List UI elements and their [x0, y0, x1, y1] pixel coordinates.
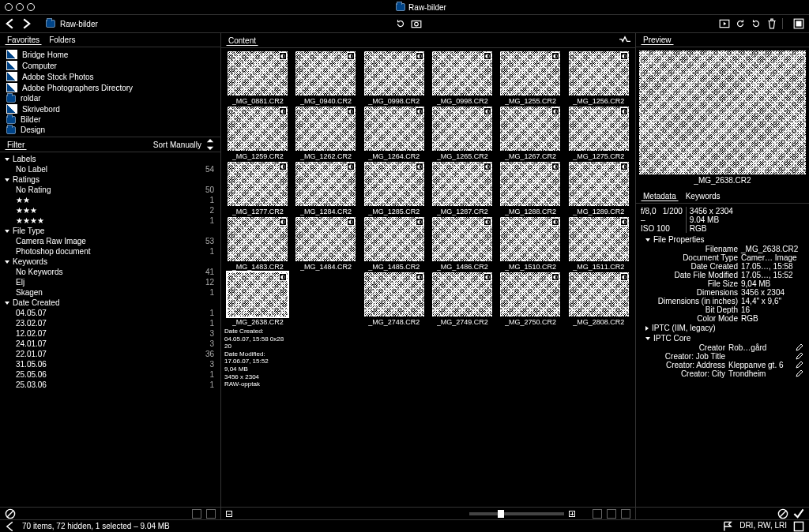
iptc-row[interactable]: Creator: Job Title: [641, 352, 804, 361]
fav-bridge-home[interactable]: Bridge Home: [0, 49, 220, 60]
thumbnail-cell[interactable]: ◐_MG_1486.CR2: [429, 217, 495, 271]
fav-pictures[interactable]: Bilder: [0, 114, 220, 125]
thumbnail-cell[interactable]: ◐_MG_1511.CR2: [566, 217, 632, 271]
cancel-filter-button[interactable]: [5, 508, 16, 519]
filter-row[interactable]: 31.05.063: [0, 359, 220, 369]
rotate-right-button[interactable]: [751, 18, 762, 29]
tab-favorites[interactable]: Favorites: [5, 35, 42, 45]
minimize-icon[interactable]: [16, 3, 24, 11]
filter-row[interactable]: ★★★★1: [0, 215, 220, 226]
thumb-larger-button[interactable]: [569, 511, 575, 517]
tab-filter[interactable]: Filter: [5, 140, 27, 150]
thumbnail-cell[interactable]: ◐_MG_1267.CR2: [497, 107, 563, 160]
forward-button[interactable]: [21, 18, 32, 29]
content-menu-icon[interactable]: [619, 35, 630, 46]
thumbnail-cell[interactable]: ◐_MG_1289.CR2: [566, 162, 632, 215]
thumbnail-cell[interactable]: ◐_MG_0998.CR2: [429, 51, 495, 105]
filter-row[interactable]: Skagen1: [0, 287, 220, 298]
thumbnail-cell[interactable]: ◐_MG_1510.CR2: [497, 217, 563, 271]
filter-cat-ratings[interactable]: Ratings: [0, 174, 220, 185]
tab-preview[interactable]: Preview: [641, 35, 674, 45]
new-folder-button[interactable]: [192, 509, 201, 519]
zoom-icon[interactable]: [27, 3, 35, 11]
filter-cat-keywords[interactable]: Keywords: [0, 257, 220, 267]
fav-desktop[interactable]: Skrivebord: [0, 103, 220, 114]
filter-row[interactable]: No Rating50: [0, 185, 220, 195]
filter-row[interactable]: No Keywords41: [0, 267, 220, 277]
tab-keywords[interactable]: Keywords: [683, 191, 723, 201]
sort-label[interactable]: Sort Manually: [153, 140, 201, 149]
preview-image[interactable]: [639, 51, 806, 174]
thumbnail-cell[interactable]: ◐_MG_1256.CR2: [566, 51, 632, 105]
back-button[interactable]: [5, 18, 16, 29]
thumbnail-cell[interactable]: ◐_MG_2808.CR2: [566, 272, 632, 388]
filter-row[interactable]: Elj12: [0, 277, 220, 287]
iptc-core-header[interactable]: IPTC Core: [641, 333, 804, 343]
filter-row[interactable]: 25.03.061: [0, 380, 220, 390]
filter-row[interactable]: 23.02.071: [0, 318, 220, 328]
thumbnail-cell[interactable]: ◐_MG_0940.CR2: [292, 51, 359, 105]
thumbnail-cell[interactable]: ◐_MG_2638.CR2Date Created: 04.05.07, 15:…: [224, 272, 291, 388]
edit-icon[interactable]: [795, 352, 804, 360]
slideshow-button[interactable]: [719, 18, 730, 29]
view-details-button[interactable]: [621, 509, 630, 519]
fav-computer[interactable]: Computer: [0, 60, 220, 71]
view-film-button[interactable]: [607, 509, 616, 519]
filter-cat-file-type[interactable]: File Type: [0, 226, 220, 236]
filter-row[interactable]: No Label54: [0, 164, 220, 174]
thumbnail-grid[interactable]: ◐_MG_0881.CR2◐_MG_0940.CR2◐_MG_0998.CR2◐…: [221, 48, 635, 507]
fav-photographers-directory[interactable]: Adobe Photographers Directory: [0, 82, 220, 93]
edit-icon[interactable]: [795, 343, 804, 351]
thumbnail-cell[interactable]: ◐_MG_1285.CR2: [361, 162, 427, 215]
status-flag-icon[interactable]: [722, 521, 733, 532]
tab-content[interactable]: Content: [226, 36, 258, 46]
filter-row[interactable]: Photoshop document1: [0, 246, 220, 257]
fav-stock-photos[interactable]: Adobe Stock Photos: [0, 71, 220, 82]
file-properties-header[interactable]: File Properties: [641, 234, 804, 245]
path-label[interactable]: Raw-bilder: [60, 20, 98, 28]
compact-mode-button[interactable]: [793, 18, 804, 29]
view-grid-button[interactable]: [593, 509, 602, 519]
camera-raw-button[interactable]: [411, 18, 422, 29]
thumbnail-cell[interactable]: ◐_MG_1275.CR2: [566, 107, 632, 160]
filter-cat-labels[interactable]: Labels: [0, 154, 220, 164]
filter-row[interactable]: 22.01.0736: [0, 349, 220, 359]
thumb-smaller-button[interactable]: [226, 511, 232, 517]
thumbnail-cell[interactable]: ◐_MG_1284.CR2: [292, 162, 359, 215]
thumbnail-cell[interactable]: ◐_MG_0998.CR2: [361, 51, 427, 105]
iptc-row[interactable]: Creator: CityTrondheim: [641, 369, 804, 378]
window-controls[interactable]: [5, 3, 35, 11]
iptc-row[interactable]: Creator: AddressKleppanve gt. 6: [641, 361, 804, 369]
tab-metadata[interactable]: Metadata: [641, 191, 679, 201]
iptc-row[interactable]: CreatorRob…gård: [641, 343, 804, 352]
sort-direction-icon[interactable]: [205, 139, 216, 150]
thumbnail-cell[interactable]: ◐_MG_1288.CR2: [497, 162, 563, 215]
thumbnail-cell[interactable]: ◐_MG_1255.CR2: [497, 51, 563, 105]
status-expand-icon[interactable]: [793, 521, 804, 532]
iptc-legacy-header[interactable]: IPTC (IIM, legacy): [641, 323, 804, 333]
thumbnail-cell[interactable]: ◐_MG_1277.CR2: [224, 162, 291, 215]
thumb-size-slider[interactable]: [469, 512, 564, 515]
thumbnail-cell[interactable]: ◐_MG_1262.CR2: [292, 107, 359, 160]
trash-filter-button[interactable]: [206, 509, 216, 519]
edit-icon[interactable]: [795, 361, 804, 369]
close-icon[interactable]: [5, 3, 13, 11]
thumbnail-cell[interactable]: ◐_MG_1264.CR2: [361, 107, 427, 160]
thumbnail-cell[interactable]: ◐_MG_1287.CR2: [429, 162, 495, 215]
path-folder-icon[interactable]: [46, 20, 55, 28]
thumbnail-cell[interactable]: ◐_MG_2749.CR2: [429, 272, 495, 388]
thumbnail-cell[interactable]: ◐_MG_2750.CR2: [497, 272, 563, 388]
thumbnail-cell[interactable]: ◐_MG_0881.CR2: [224, 51, 291, 105]
filter-row[interactable]: Camera Raw Image53: [0, 236, 220, 246]
filter-row[interactable]: 12.02.073: [0, 328, 220, 339]
thumbnail-cell[interactable]: ◐_MG_1485.CR2: [361, 217, 427, 271]
fav-roldar[interactable]: roldar: [0, 93, 220, 103]
status-back-icon[interactable]: [5, 521, 16, 532]
thumbnail-cell[interactable]: ◐_MG_1265.CR2: [429, 107, 495, 160]
rotate-left-button[interactable]: [735, 18, 746, 29]
thumbnail-cell[interactable]: ◐_MG_1483.CR2: [224, 217, 291, 271]
tab-folders[interactable]: Folders: [47, 35, 77, 45]
edit-icon[interactable]: [795, 369, 804, 377]
thumbnail-cell[interactable]: ◐_MG_1484.CR2: [292, 217, 359, 271]
trash-button[interactable]: [766, 18, 777, 29]
